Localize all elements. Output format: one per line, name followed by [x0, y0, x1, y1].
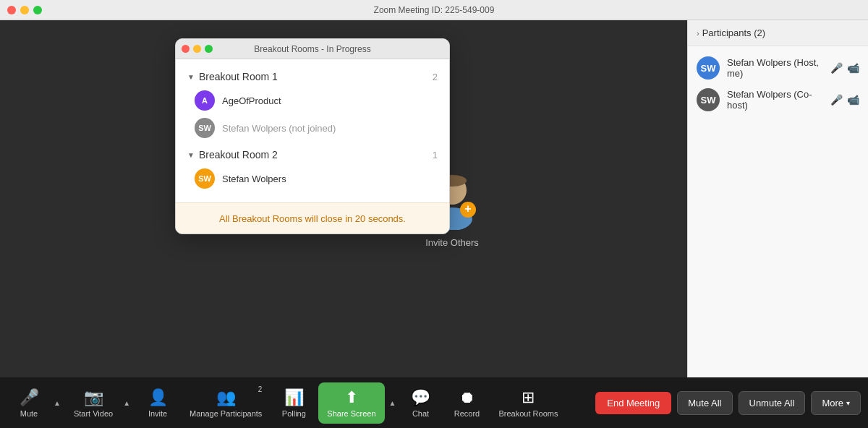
room1-member-2: SW Stefan Wolpers (not joined): [187, 114, 438, 142]
more-button[interactable]: More ▾: [811, 391, 861, 415]
room1-member2-name: Stefan Wolpers (not joined): [222, 123, 336, 134]
chat-icon: 💬: [411, 388, 430, 407]
invite-others-label: Invite Others: [425, 237, 479, 248]
popup-close-btn[interactable]: [182, 45, 190, 53]
mute-button[interactable]: 🎤 Mute: [7, 384, 51, 422]
breakout-room-2-members: SW Stefan Wolpers: [176, 165, 449, 192]
breakout-room-2-count: 1: [433, 150, 438, 160]
room1-member2-avatar: SW: [195, 118, 215, 138]
participants-list: SW Stefan Wolpers (Host, me) 🎤 📹 SW Stef…: [688, 46, 868, 377]
room2-member1-avatar: SW: [195, 168, 215, 189]
breakout-room-1-header[interactable]: ▼ Breakout Room 1 2: [176, 67, 449, 87]
end-meeting-button[interactable]: End Meeting: [595, 392, 671, 414]
start-video-label: Start Video: [74, 409, 113, 418]
record-icon: ⏺: [459, 388, 475, 407]
more-chevron-icon: ▾: [846, 399, 850, 407]
popup-min-btn[interactable]: [193, 45, 201, 53]
mute-label: Mute: [20, 409, 38, 418]
svg-text:+: +: [464, 202, 471, 215]
polling-label: Polling: [282, 409, 306, 418]
share-screen-button[interactable]: ⬆ Share Screen: [318, 382, 384, 424]
maximize-button[interactable]: [33, 6, 42, 14]
breakout-room-1-count: 2: [433, 72, 438, 82]
participant1-mic-icon: 🎤: [830, 62, 843, 74]
share-screen-label: Share Screen: [327, 409, 375, 418]
window-controls[interactable]: [7, 6, 42, 14]
breakout-room-1-members: A AgeOfProduct SW Stefan Wolpers (not jo…: [176, 87, 449, 142]
invite-label: Invite: [148, 409, 167, 418]
participant2-icons: 🎤 📹: [830, 94, 859, 106]
room1-member-1: A AgeOfProduct: [187, 87, 438, 114]
avatar-initials: SW: [198, 174, 211, 183]
minimize-button[interactable]: [20, 6, 29, 14]
participant-item-1[interactable]: SW Stefan Wolpers (Host, me) 🎤 📹: [688, 52, 868, 84]
toolbar-left: 🎤 Mute ▲ 📷 Start Video ▲ 👤 Invite 👥 2 Ma…: [7, 382, 565, 424]
close-button[interactable]: [7, 6, 16, 14]
polling-button[interactable]: 📊 Polling: [272, 384, 315, 422]
record-button[interactable]: ⏺ Record: [446, 384, 489, 422]
breakout-rooms-icon: ⊞: [522, 388, 535, 407]
breakout-room-2-section: ▼ Breakout Room 2 1 SW Stefan Wolpers: [176, 145, 449, 192]
polling-icon: 📊: [284, 388, 304, 407]
participants-icon: 👥: [216, 388, 236, 407]
toolbar-right: End Meeting Mute All Unmute All More ▾: [595, 391, 861, 415]
breakout-rooms-button[interactable]: ⊞ Breakout Rooms: [492, 384, 566, 422]
popup-max-btn[interactable]: [205, 45, 213, 53]
more-label: More: [822, 398, 843, 408]
chat-button[interactable]: 💬 Chat: [399, 384, 443, 422]
share-screen-icon: ⬆: [345, 388, 358, 407]
room2-member1-name: Stefan Wolpers: [222, 174, 286, 184]
popup-footer-text: All Breakout Rooms will close in 20 seco…: [219, 213, 406, 224]
video-chevron-icon: ▲: [123, 399, 130, 407]
participant1-icons: 🎤 📹: [830, 62, 859, 74]
participant1-name: Stefan Wolpers (Host, me): [727, 57, 823, 79]
breakout-room-1-name: Breakout Room 1: [199, 71, 433, 82]
invite-button[interactable]: 👤 Invite: [136, 384, 179, 422]
video-icon: 📷: [84, 388, 103, 407]
popup-footer: All Breakout Rooms will close in 20 seco…: [176, 202, 449, 234]
room2-chevron-icon: ▼: [187, 151, 195, 159]
room1-member1-avatar: A: [195, 90, 215, 111]
breakout-room-2-header[interactable]: ▼ Breakout Room 2 1: [176, 145, 449, 165]
start-video-button[interactable]: 📷 Start Video: [67, 384, 120, 422]
invite-icon: 👤: [148, 388, 168, 407]
title-bar: Zoom Meeting ID: 225-549-009: [0, 0, 868, 20]
participant2-video-icon: 📹: [847, 94, 859, 106]
share-screen-arrow-btn[interactable]: ▲: [389, 388, 396, 417]
popup-body: ▼ Breakout Room 1 2 A AgeOfProduct: [176, 59, 449, 202]
participant2-name: Stefan Wolpers (Co-host): [727, 89, 823, 111]
mute-arrow-btn[interactable]: ▲: [54, 388, 61, 417]
participant-item-2[interactable]: SW Stefan Wolpers (Co-host) 🎤 📹: [688, 84, 868, 116]
participant2-mic-icon: 🎤: [830, 94, 843, 106]
breakout-popup: Breakout Rooms - In Progress ▼ Breakout …: [175, 38, 450, 234]
chat-label: Chat: [412, 409, 429, 418]
meeting-area: + Invite Others Breakout Rooms - In Prog…: [0, 20, 687, 377]
participant1-video-icon: 📹: [847, 62, 859, 74]
video-arrow-btn[interactable]: ▲: [123, 388, 130, 417]
room1-chevron-icon: ▼: [187, 73, 195, 81]
manage-participants-label: Manage Participants: [190, 409, 262, 418]
participant1-avatar: SW: [697, 56, 720, 80]
window-title: Zoom Meeting ID: 225-549-009: [374, 5, 495, 15]
room2-member-1: SW Stefan Wolpers: [187, 165, 438, 192]
breakout-room-1-section: ▼ Breakout Room 1 2 A AgeOfProduct: [176, 67, 449, 142]
participants-sidebar: › Participants (2) SW Stefan Wolpers (Ho…: [687, 20, 868, 377]
sidebar-header: › Participants (2): [688, 20, 868, 46]
manage-participants-button[interactable]: 👥 2 Manage Participants: [182, 384, 269, 422]
room1-member1-name: AgeOfProduct: [222, 95, 281, 106]
participant2-avatar: SW: [697, 88, 720, 111]
mute-all-button[interactable]: Mute All: [677, 391, 732, 415]
avatar-initials: A: [202, 96, 208, 105]
sidebar-chevron-icon[interactable]: ›: [697, 29, 699, 38]
unmute-all-button[interactable]: Unmute All: [739, 391, 806, 415]
avatar-initials: SW: [198, 124, 211, 132]
popup-window-controls[interactable]: [182, 45, 213, 53]
record-label: Record: [454, 409, 480, 418]
toolbar: 🎤 Mute ▲ 📷 Start Video ▲ 👤 Invite 👥 2 Ma…: [0, 377, 868, 428]
popup-titlebar: Breakout Rooms - In Progress: [176, 39, 449, 59]
breakout-room-2-name: Breakout Room 2: [199, 149, 433, 160]
participants-header-label: Participants (2): [702, 27, 859, 38]
participants-count-badge: 2: [258, 385, 263, 393]
mute-icon: 🎤: [20, 388, 39, 407]
share-chevron-icon: ▲: [389, 399, 396, 407]
